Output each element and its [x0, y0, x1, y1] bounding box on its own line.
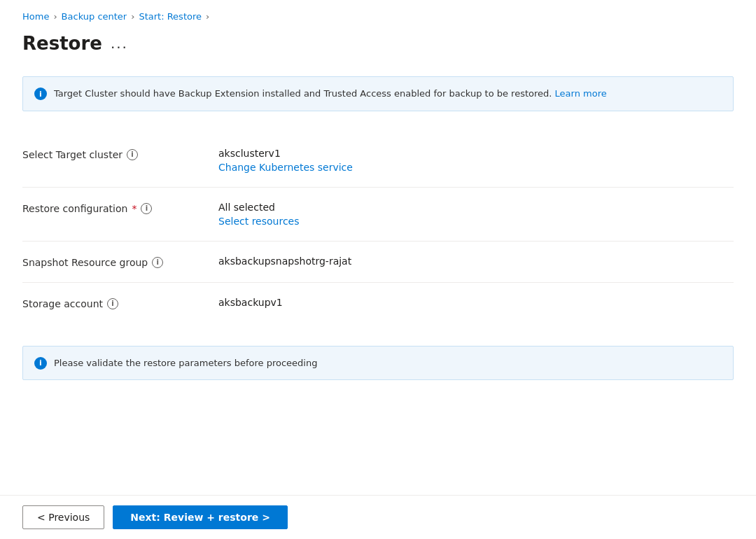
- select-resources-link[interactable]: Select resources: [218, 216, 734, 227]
- required-indicator: *: [132, 203, 136, 214]
- breadcrumb-sep-1: ›: [53, 11, 57, 22]
- snapshot-resource-group-value: aksbackupsnapshotrg-rajat: [218, 255, 734, 267]
- page-title: Restore: [22, 33, 102, 54]
- storage-account-label: Storage account i: [22, 297, 218, 309]
- snapshot-resource-group-row: Snapshot Resource group i aksbackupsnaps…: [22, 241, 734, 283]
- validate-banner: i Please validate the restore parameters…: [22, 346, 734, 380]
- breadcrumb-sep-3: ›: [206, 11, 209, 22]
- next-button[interactable]: Next: Review + restore >: [113, 505, 288, 529]
- target-cluster-value: aksclusterv1 Change Kubernetes service: [218, 148, 734, 173]
- storage-account-row: Storage account i aksbackupv1: [22, 283, 734, 323]
- storage-account-value: aksbackupv1: [218, 297, 734, 308]
- restore-configuration-value: All selected Select resources: [218, 202, 734, 227]
- page-title-menu-icon[interactable]: ...: [111, 35, 128, 52]
- target-cluster-label: Select Target cluster i: [22, 148, 218, 160]
- target-cluster-row: Select Target cluster i aksclusterv1 Cha…: [22, 134, 734, 188]
- restore-configuration-row: Restore configuration * i All selected S…: [22, 188, 734, 241]
- learn-more-link[interactable]: Learn more: [555, 88, 607, 99]
- breadcrumb-start-restore[interactable]: Start: Restore: [139, 11, 202, 22]
- breadcrumb-sep-2: ›: [131, 11, 134, 22]
- restore-configuration-label: Restore configuration * i: [22, 202, 218, 214]
- breadcrumb-home[interactable]: Home: [22, 11, 49, 22]
- storage-account-info-icon[interactable]: i: [107, 298, 118, 309]
- breadcrumb: Home › Backup center › Start: Restore ›: [22, 11, 734, 22]
- form-section: Select Target cluster i aksclusterv1 Cha…: [22, 134, 734, 323]
- info-banner-text: Target Cluster should have Backup Extens…: [54, 87, 607, 101]
- info-icon: i: [34, 88, 47, 100]
- target-cluster-info-icon[interactable]: i: [127, 149, 138, 160]
- previous-button[interactable]: < Previous: [22, 505, 104, 529]
- validate-info-icon: i: [34, 357, 47, 370]
- change-kubernetes-service-link[interactable]: Change Kubernetes service: [218, 162, 734, 173]
- snapshot-resource-group-label: Snapshot Resource group i: [22, 255, 218, 268]
- restore-configuration-info-icon[interactable]: i: [141, 203, 152, 214]
- snapshot-resource-group-info-icon[interactable]: i: [152, 257, 163, 268]
- page-title-row: Restore ...: [22, 33, 734, 54]
- bottom-bar: < Previous Next: Review + restore >: [0, 495, 756, 539]
- breadcrumb-backup-center[interactable]: Backup center: [62, 11, 127, 22]
- info-banner: i Target Cluster should have Backup Exte…: [22, 76, 734, 111]
- validate-banner-text: Please validate the restore parameters b…: [54, 358, 317, 368]
